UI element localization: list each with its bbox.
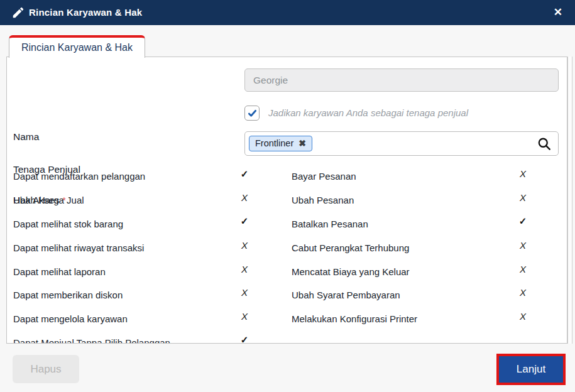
permission-label: Ubah Pesanan: [292, 195, 354, 205]
permission-row: Dapat melihat laporan X: [7, 259, 283, 283]
permission-mark: X: [517, 192, 529, 203]
permission-label: Dapat melihat laporan: [13, 266, 106, 277]
permission-mark: X: [238, 311, 251, 322]
nama-value: Georgie: [253, 75, 288, 86]
close-icon[interactable]: ✕: [551, 0, 565, 25]
permission-label: Ubah Syarat Pembayaran: [292, 290, 400, 300]
permission-row: Bayar Pesanan X: [285, 165, 562, 188]
permission-label: Dapat melihat stok barang: [13, 219, 123, 229]
permission-label: Ubah Harga Jual: [13, 195, 84, 205]
permission-row: Dapat Menjual Tanpa Pilih Pelanggan ✓: [7, 331, 283, 344]
permission-mark: ✓: [238, 168, 251, 180]
nama-input[interactable]: Georgie: [244, 68, 559, 92]
lanjut-button-highlight: Lanjut: [496, 354, 566, 385]
permission-mark: ✓: [517, 215, 529, 227]
permission-label: Cabut Perangkat Terhubung: [292, 242, 409, 253]
permission-mark: X: [238, 192, 251, 203]
permission-mark: X: [517, 168, 529, 179]
tab-rincian-karyawan-hak[interactable]: Rincian Karyawan & Hak: [9, 35, 145, 58]
permission-mark: X: [517, 287, 529, 298]
permission-label: Dapat memberikan diskon: [13, 290, 123, 300]
permission-label: Dapat mengelola karyawan: [13, 313, 128, 324]
permission-label: Bayar Pesanan: [292, 171, 356, 182]
permission-mark: X: [517, 311, 529, 322]
permission-mark: ✓: [238, 215, 251, 227]
permission-row: Dapat melihat stok barang ✓: [7, 212, 283, 236]
permission-row: Cabut Perangkat Terhubung X: [285, 236, 562, 259]
permission-label: Dapat Menjual Tanpa Pilih Pelanggan: [13, 337, 170, 344]
permission-row: Dapat memberikan diskon X: [7, 283, 283, 307]
permissions-column-right: Bayar Pesanan X Ubah Pesanan X Batalkan …: [285, 165, 562, 331]
permission-row: Mencatat Biaya yang Keluar X: [285, 259, 562, 283]
dialog-footer: Hapus Lanjut: [0, 344, 575, 392]
permission-mark: X: [238, 264, 251, 275]
permission-row: Ubah Syarat Pembayaran X: [285, 283, 562, 307]
permission-label: Dapat mendaftarkan pelanggan: [13, 171, 145, 182]
permission-row: Dapat melihat riwayat transaksi X: [7, 236, 283, 259]
permission-label: Batalkan Pesanan: [292, 219, 368, 229]
permission-label: Melakukan Konfigurasi Printer: [292, 313, 417, 324]
hapus-button[interactable]: Hapus: [13, 355, 79, 383]
tenaga-penjual-note: Jadikan karyawan Anda sebagai tenaga pen…: [268, 107, 468, 118]
chip-label: Frontliner: [255, 138, 293, 148]
nama-label: Nama: [13, 131, 39, 143]
permission-row: Ubah Pesanan X: [285, 188, 562, 212]
hak-akses-field[interactable]: Frontliner ✖: [244, 131, 559, 156]
vertical-scrollbar[interactable]: [567, 57, 572, 344]
chip-remove-icon[interactable]: ✖: [298, 139, 306, 148]
permission-mark: X: [238, 287, 251, 298]
permission-row: Dapat mendaftarkan pelanggan ✓: [7, 165, 283, 188]
tab-label: Rincian Karyawan & Hak: [21, 42, 133, 53]
permission-row: Batalkan Pesanan ✓: [285, 212, 562, 236]
hak-akses-chip-frontliner: Frontliner ✖: [249, 136, 312, 151]
search-icon[interactable]: [537, 137, 551, 151]
permissions-column-left: Dapat mendaftarkan pelanggan ✓ Ubah Harg…: [7, 165, 283, 344]
checkmark-icon: [248, 109, 257, 118]
permission-row: Dapat mengelola karyawan X: [7, 307, 283, 331]
permission-mark: X: [517, 264, 529, 275]
permission-mark: X: [517, 240, 529, 251]
permission-row: Melakukan Konfigurasi Printer X: [285, 307, 562, 331]
dialog-header: Rincian Karyawan & Hak ✕: [0, 0, 575, 25]
permission-mark: X: [238, 240, 251, 251]
tenaga-penjual-checkbox[interactable]: [244, 106, 260, 121]
dialog-title: Rincian Karyawan & Hak: [29, 0, 142, 25]
employee-rights-dialog: Rincian Karyawan & Hak ✕ Rincian Karyawa…: [0, 0, 575, 392]
form-panel: Nama Georgie Tenaga Penjual Jadikan kary…: [6, 57, 567, 344]
lanjut-button[interactable]: Lanjut: [499, 356, 563, 383]
permission-label: Mencatat Biaya yang Keluar: [292, 266, 410, 277]
permission-label: Dapat melihat riwayat transaksi: [13, 242, 144, 253]
permission-row: Ubah Harga Jual X: [7, 188, 283, 212]
pencil-edit-icon: [11, 6, 25, 19]
permission-mark: ✓: [238, 334, 251, 344]
